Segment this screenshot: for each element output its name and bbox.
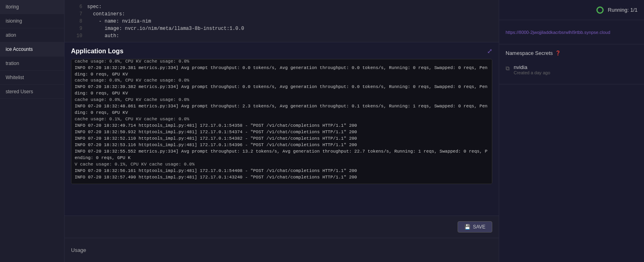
save-button[interactable]: 💾 SAVE [458,221,492,233]
sidebar-item-registration[interactable]: tration [0,57,64,71]
status-text: Running: 1/1 [608,7,638,13]
log-line: INFO 07-20 18:32:53.116 httptools_impl.p… [75,142,489,149]
code-line-8: 8 - name: nvidia-nim [71,18,492,25]
log-line: INFO 07-20 18:32:57.490 httptools_impl.p… [75,174,489,181]
log-line: INFO 07-20 18:32:55.552 metrics.py:334] … [75,149,489,161]
namespace-secret-item: ⧉ nvidia Created a day ago [506,61,638,78]
save-icon: 💾 [464,224,470,230]
sidebar-item-provisioning[interactable]: isioning [0,14,64,28]
sidebar: itoring isioning ation ice Accounts trat… [0,0,65,262]
code-line-6: 6 spec: [71,3,492,10]
log-line: cache usage: 0.1%, CPU KV cache usage: 0… [75,116,489,123]
logs-header: Application Logs ⤢ [71,47,492,55]
sidebar-item-location[interactable]: ation [0,28,64,42]
log-line: INFO 07-20 18:32:49.714 httptools_impl.p… [75,123,489,129]
log-line: cache usage: 0.0%, CPU KV cache usage: 0… [75,97,489,103]
sidebar-item-whitelist[interactable]: Whitelist [0,71,64,85]
log-line: V cache usage: 0.1%, CPU KV cache usage:… [75,161,489,168]
save-label: SAVE [473,224,485,230]
log-line: INFO 07-20 18:32:39.382 metrics.py:334] … [75,84,489,97]
usage-title: Usage [71,247,86,253]
log-line: cache usage: 0.0%, CPU KV cache usage: 0… [75,78,489,84]
right-panel: Running: 1/1 https://8000-2jwojjiladdkac… [499,0,644,262]
sidebar-item-ice-accounts[interactable]: ice Accounts [0,42,64,57]
status-indicator [596,6,604,14]
logs-section: Application Logs ⤢ cache usage: 0.0%, CP… [65,42,499,216]
code-line-10: 10 auth: [71,32,492,40]
namespace-secrets-help-icon[interactable]: ❓ [555,50,561,56]
log-line: cache usage: 0.0%, CPU KV cache usage: 0… [75,59,489,65]
code-editor: 6 spec: 7 containers: 8 - name: nvidia-n… [65,0,499,42]
usage-section: Usage [65,238,499,262]
code-line-7: 7 containers: [71,10,492,18]
sidebar-item-registered-users[interactable]: stered Users [0,85,64,99]
sidebar-item-monitoring[interactable]: itoring [0,0,64,14]
namespace-secret-info: nvidia Created a day ago [514,64,638,75]
code-line-9: 9 image: nvcr.io/nim/meta/llama3-8b-inst… [71,25,492,32]
log-line: INFO 07-20 18:32:52.110 httptools_impl.p… [75,136,489,142]
log-line: INFO 07-20 18:32:48.861 metrics.py:334] … [75,103,489,116]
namespace-secret-date: Created a day ago [514,70,638,75]
external-link-icon[interactable]: ⤢ [487,47,492,55]
copy-icon[interactable]: ⧉ [506,65,510,72]
log-line: INFO 07-20 18:32:56.161 httptools_impl.p… [75,168,489,174]
namespace-secret-name: nvidia [514,64,638,70]
service-link[interactable]: https://8000-2jwojjiladdkacrbsrwlhl9rtbb… [506,30,610,35]
namespace-secrets-section: Namespace Secrets ❓ ⧉ nvidia Created a d… [499,44,644,84]
namespace-secrets-header: Namespace Secrets ❓ [506,50,638,56]
main-content: 6 spec: 7 containers: 8 - name: nvidia-n… [65,0,499,262]
link-section: https://8000-2jwojjiladdkacrbsrwlhl9rtbb… [499,20,644,44]
bottom-bar: 💾 SAVE [65,216,499,238]
status-section: Running: 1/1 [499,0,644,20]
log-line: INFO 07-20 18:32:50.932 httptools_impl.p… [75,129,489,136]
logs-title: Application Logs [71,48,123,55]
logs-content[interactable]: cache usage: 0.0%, CPU KV cache usage: 0… [71,59,492,184]
namespace-secrets-title: Namespace Secrets [506,50,553,56]
log-line: INFO 07-20 18:32:29.381 metrics.py:334] … [75,65,489,78]
